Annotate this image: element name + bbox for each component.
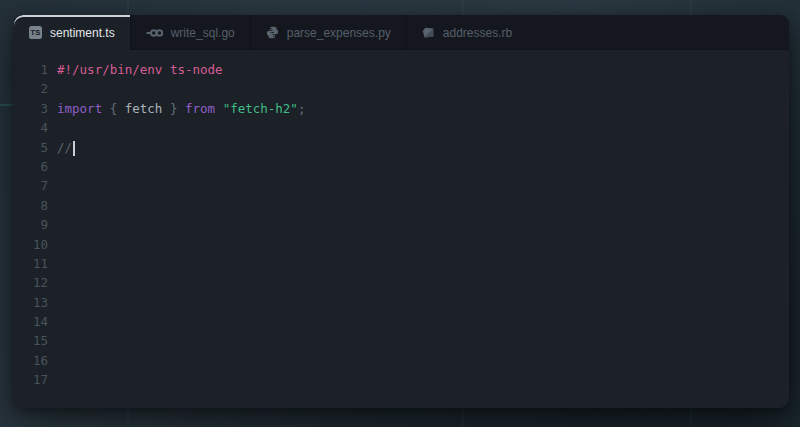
line-number: 11	[14, 254, 48, 273]
code-line[interactable]: 4	[14, 118, 789, 137]
token-punct	[102, 101, 110, 116]
code-line[interactable]: 11	[14, 254, 789, 273]
code-line[interactable]: 1#!/usr/bin/env ts-node	[14, 60, 789, 79]
token-punct	[177, 101, 185, 116]
code-text: //	[48, 138, 75, 157]
code-text	[48, 118, 57, 137]
ruby-icon	[422, 26, 435, 39]
line-number: 6	[14, 157, 48, 176]
code-line[interactable]: 5//	[14, 138, 789, 157]
code-text	[48, 273, 57, 292]
editor-window: TSsentiment.tswrite_sql.goparse_expenses…	[14, 15, 789, 408]
code-line[interactable]: 7	[14, 176, 789, 195]
code-text	[48, 196, 57, 215]
token-string: "fetch-h2"	[223, 101, 298, 116]
tab-label: parse_expenses.py	[287, 26, 391, 40]
code-line[interactable]: 16	[14, 351, 789, 370]
code-line[interactable]: 3import { fetch } from "fetch-h2";	[14, 99, 789, 118]
line-number: 15	[14, 331, 48, 350]
token-punct	[117, 101, 125, 116]
token-punct	[162, 101, 170, 116]
line-number: 3	[14, 99, 48, 118]
line-number: 4	[14, 118, 48, 137]
line-number: 1	[14, 60, 48, 79]
token-keyword: from	[185, 101, 215, 116]
line-number: 17	[14, 370, 48, 389]
line-number: 12	[14, 273, 48, 292]
tab-bar-empty-space	[527, 15, 789, 50]
code-line[interactable]: 6	[14, 157, 789, 176]
code-text	[48, 79, 57, 98]
python-icon	[266, 26, 279, 39]
token-comment: //	[57, 140, 72, 155]
typescript-icon: TS	[29, 26, 42, 39]
tab-parse-expenses-py[interactable]: parse_expenses.py	[250, 15, 406, 50]
tab-label: addresses.rb	[443, 26, 512, 40]
tab-write-sql-go[interactable]: write_sql.go	[130, 15, 250, 50]
line-number: 5	[14, 138, 48, 157]
code-line[interactable]: 13	[14, 293, 789, 312]
line-number: 8	[14, 196, 48, 215]
token-keyword: import	[57, 101, 102, 116]
code-line[interactable]: 2	[14, 79, 789, 98]
tab-addresses-rb[interactable]: addresses.rb	[406, 15, 527, 50]
code-line[interactable]: 10	[14, 235, 789, 254]
code-text	[48, 254, 57, 273]
code-text	[48, 293, 57, 312]
text-cursor	[73, 141, 75, 156]
code-text	[48, 235, 57, 254]
token-punct: ;	[298, 101, 306, 116]
code-text	[48, 176, 57, 195]
code-text	[48, 215, 57, 234]
line-number: 7	[14, 176, 48, 195]
code-text	[48, 312, 57, 331]
code-line[interactable]: 8	[14, 196, 789, 215]
line-number: 10	[14, 235, 48, 254]
code-line[interactable]: 12	[14, 273, 789, 292]
token-ident: fetch	[125, 101, 163, 116]
code-text	[48, 157, 57, 176]
tab-bar: TSsentiment.tswrite_sql.goparse_expenses…	[14, 15, 789, 50]
code-line[interactable]: 17	[14, 370, 789, 389]
code-line[interactable]: 15	[14, 331, 789, 350]
line-number: 9	[14, 215, 48, 234]
code-line[interactable]: 9	[14, 215, 789, 234]
typescript-icon: TS	[29, 26, 42, 39]
go-icon	[146, 28, 163, 38]
tab-label: write_sql.go	[171, 26, 235, 40]
code-text	[48, 370, 57, 389]
line-number: 13	[14, 293, 48, 312]
code-text	[48, 351, 57, 370]
code-text	[48, 331, 57, 350]
token-punct	[215, 101, 223, 116]
line-number: 16	[14, 351, 48, 370]
background-glow-dash	[0, 104, 13, 106]
line-number: 2	[14, 79, 48, 98]
line-number: 14	[14, 312, 48, 331]
code-line[interactable]: 14	[14, 312, 789, 331]
tab-label: sentiment.ts	[50, 26, 115, 40]
code-text: #!/usr/bin/env ts-node	[48, 60, 223, 79]
code-text: import { fetch } from "fetch-h2";	[48, 99, 305, 118]
token-shebang: #!/usr/bin/env ts-node	[57, 62, 223, 77]
code-editor[interactable]: 1#!/usr/bin/env ts-node23import { fetch …	[14, 50, 789, 408]
tab-sentiment-ts[interactable]: TSsentiment.ts	[14, 15, 130, 50]
